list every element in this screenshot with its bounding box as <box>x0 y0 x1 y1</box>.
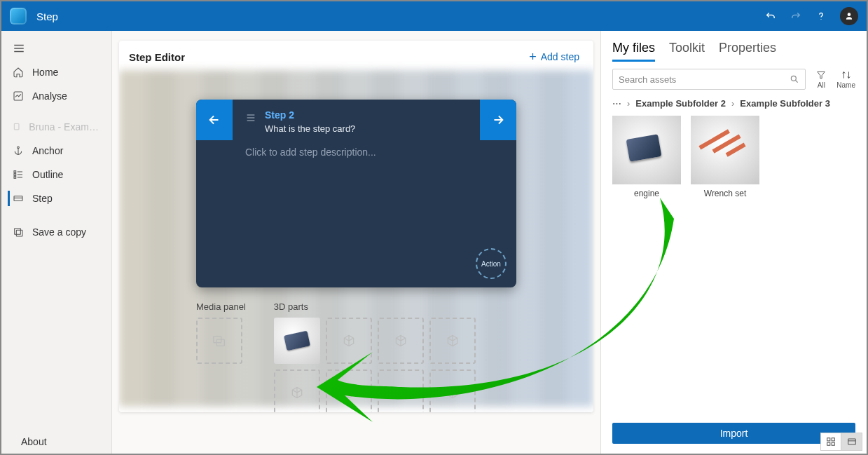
savecopy-icon <box>13 226 24 238</box>
asset-label: engine <box>634 189 659 198</box>
add-step-label: Add step <box>541 51 579 62</box>
svg-rect-9 <box>14 174 16 176</box>
asset-thumb <box>691 116 759 184</box>
prev-step-button[interactable] <box>196 100 233 140</box>
sidebar-item-home[interactable]: Home <box>1 60 111 84</box>
analyse-icon <box>13 90 24 102</box>
titlebar: Step <box>1 1 867 31</box>
step-editor-card: Step Editor + Add step <box>119 41 593 412</box>
action-chip[interactable]: Action <box>476 248 507 279</box>
hamburger-icon[interactable] <box>1 36 111 60</box>
app-title: Step <box>36 11 764 22</box>
part-slot[interactable] <box>429 318 476 364</box>
sidebar-item-outline[interactable]: Outline <box>1 163 111 186</box>
right-panel: My files Toolkit Properties Search asset… <box>600 31 867 454</box>
svg-line-29 <box>796 81 798 83</box>
filter-button[interactable]: All <box>815 70 827 89</box>
svg-point-28 <box>792 76 797 81</box>
sidebar-item-label: Outline <box>32 169 63 180</box>
undo-icon[interactable] <box>764 10 777 22</box>
redo-icon[interactable] <box>790 10 802 22</box>
svg-rect-8 <box>14 171 16 173</box>
help-icon[interactable] <box>815 10 827 22</box>
step-icon <box>13 193 24 204</box>
svg-rect-35 <box>827 442 830 445</box>
grid-view-button[interactable] <box>820 433 841 451</box>
anchor-icon <box>13 145 24 156</box>
sidebar-item-save-copy[interactable]: Save a copy <box>1 220 111 244</box>
svg-rect-17 <box>16 230 22 236</box>
step-preview: Step 2 What is the step card? Click to a… <box>119 70 593 407</box>
search-placeholder: Search assets <box>619 74 790 85</box>
sidebar-item-analyse[interactable]: Analyse <box>1 84 111 108</box>
sidebar-item-label: Bruna - Example Gui… <box>29 121 100 133</box>
search-icon <box>790 74 799 84</box>
tab-properties[interactable]: Properties <box>719 41 776 62</box>
svg-rect-37 <box>848 439 855 444</box>
search-input[interactable]: Search assets <box>612 69 806 90</box>
tab-my-files[interactable]: My files <box>612 41 655 62</box>
sidebar-item-guide[interactable]: Bruna - Example Gui… <box>1 115 111 139</box>
parts-panel-label: 3D parts <box>274 301 484 312</box>
sidebar-item-step[interactable]: Step <box>1 186 111 210</box>
part-slot[interactable] <box>326 369 372 412</box>
part-slot[interactable] <box>429 369 476 412</box>
asset-item-wrench-set[interactable]: Wrench set <box>691 116 759 198</box>
import-button[interactable]: Import <box>612 423 855 444</box>
sidebar-item-label: Anchor <box>32 145 63 156</box>
filter-icon <box>815 70 827 80</box>
editor-title: Step Editor <box>129 51 529 63</box>
part-slot[interactable] <box>326 318 372 364</box>
sort-icon <box>841 70 852 80</box>
plus-icon: + <box>529 50 537 63</box>
part-slot[interactable] <box>378 369 424 412</box>
step-subtitle: What is the step card? <box>265 123 355 134</box>
svg-rect-16 <box>15 229 21 235</box>
sidebar-item-about[interactable]: About <box>1 430 111 454</box>
media-panel-label: Media panel <box>196 301 246 312</box>
step-description-placeholder[interactable]: Click to add step description... <box>245 147 467 158</box>
list-icon <box>245 112 256 123</box>
sidebar-item-label: Step <box>32 193 53 204</box>
app-logo-icon <box>10 8 27 25</box>
asset-item-engine[interactable]: engine <box>612 116 681 198</box>
asset-label: Wrench set <box>704 189 746 198</box>
user-avatar[interactable] <box>840 7 858 25</box>
sidebar-item-anchor[interactable]: Anchor <box>1 139 111 163</box>
assets-grid: engine Wrench set <box>601 116 867 198</box>
step-card[interactable]: Step 2 What is the step card? Click to a… <box>196 100 516 287</box>
part-slot-filled[interactable] <box>274 318 320 364</box>
breadcrumb-ellipsis[interactable]: ⋯ <box>612 98 621 109</box>
next-step-button[interactable] <box>480 100 516 140</box>
svg-rect-33 <box>827 438 830 441</box>
sidebar-item-label: Home <box>32 67 58 78</box>
svg-rect-36 <box>832 442 834 445</box>
app-window: Step Home Analyse Bruna - Ex <box>0 0 868 455</box>
home-icon <box>13 67 24 78</box>
media-slot[interactable] <box>196 318 242 364</box>
tab-toolkit[interactable]: Toolkit <box>669 41 705 62</box>
rightpanel-tabs: My files Toolkit Properties <box>601 36 867 62</box>
part-slot[interactable] <box>274 369 320 412</box>
breadcrumb-item[interactable]: Example Subfolder 3 <box>740 98 830 109</box>
part-slot[interactable] <box>378 318 424 364</box>
document-icon <box>13 121 20 133</box>
svg-point-0 <box>820 19 821 20</box>
add-step-button[interactable]: + Add step <box>529 50 579 63</box>
view-toggles <box>820 433 862 451</box>
svg-rect-5 <box>14 124 19 130</box>
breadcrumb[interactable]: ⋯ › Example Subfolder 2 › Example Subfol… <box>601 94 867 116</box>
sort-button[interactable]: Name <box>836 70 855 89</box>
svg-rect-34 <box>832 438 834 441</box>
svg-marker-30 <box>818 72 825 78</box>
step-title: Step 2 <box>265 109 355 121</box>
asset-thumb <box>612 116 681 184</box>
outline-icon <box>13 169 24 180</box>
sidebar-item-label: About <box>21 436 47 447</box>
card-view-button[interactable] <box>841 433 862 451</box>
parts-panel: 3D parts <box>274 301 484 412</box>
media-panel: Media panel <box>196 301 246 412</box>
breadcrumb-item[interactable]: Example Subfolder 2 <box>635 98 726 109</box>
sidebar-item-label: Save a copy <box>32 226 86 238</box>
svg-rect-14 <box>14 196 22 201</box>
